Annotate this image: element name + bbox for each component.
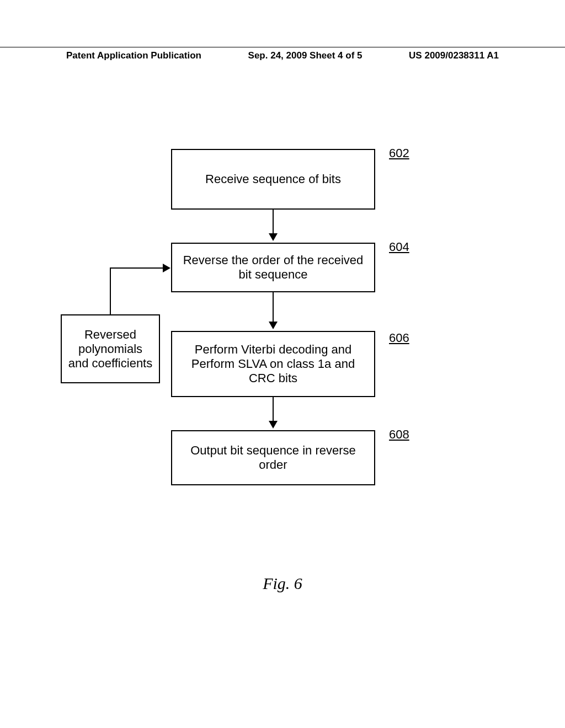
sidebox-text: Reversed polynomials and coefficients <box>67 328 153 371</box>
box-604-text: Reverse the order of the received bit se… <box>178 253 369 282</box>
box-606-text: Perform Viterbi decoding and Perform SLV… <box>178 342 369 386</box>
flowchart-diagram: Receive sequence of bits 602 Reverse the… <box>0 149 565 579</box>
box-reverse-order: Reverse the order of the received bit se… <box>171 243 375 292</box>
header-center: Sep. 24, 2009 Sheet 4 of 5 <box>248 50 363 61</box>
ref-604: 604 <box>389 240 409 254</box>
header-right: US 2009/0238311 A1 <box>409 50 499 61</box>
connector-sidebox-to-604 <box>110 267 169 269</box>
box-output-reverse: Output bit sequence in reverse order <box>171 430 375 485</box>
header-left: Patent Application Publication <box>66 50 201 61</box>
connector-sidebox-vertical <box>110 267 111 314</box>
ref-602: 602 <box>389 146 409 160</box>
ref-606: 606 <box>389 331 409 345</box>
header-row: Patent Application Publication Sep. 24, … <box>0 50 565 61</box>
box-viterbi-decoding: Perform Viterbi decoding and Perform SLV… <box>171 331 375 397</box>
arrow-604-to-606 <box>273 292 274 328</box>
arrow-606-to-608 <box>273 397 274 427</box>
ref-608: 608 <box>389 427 409 442</box>
figure-caption: Fig. 6 <box>0 574 565 593</box>
arrow-602-to-604 <box>273 210 274 240</box>
box-reversed-polynomials: Reversed polynomials and coefficients <box>61 314 160 383</box>
box-receive-sequence: Receive sequence of bits <box>171 149 375 210</box>
box-602-text: Receive sequence of bits <box>205 172 341 186</box>
box-608-text: Output bit sequence in reverse order <box>178 443 369 472</box>
page-header: Patent Application Publication Sep. 24, … <box>0 47 565 61</box>
